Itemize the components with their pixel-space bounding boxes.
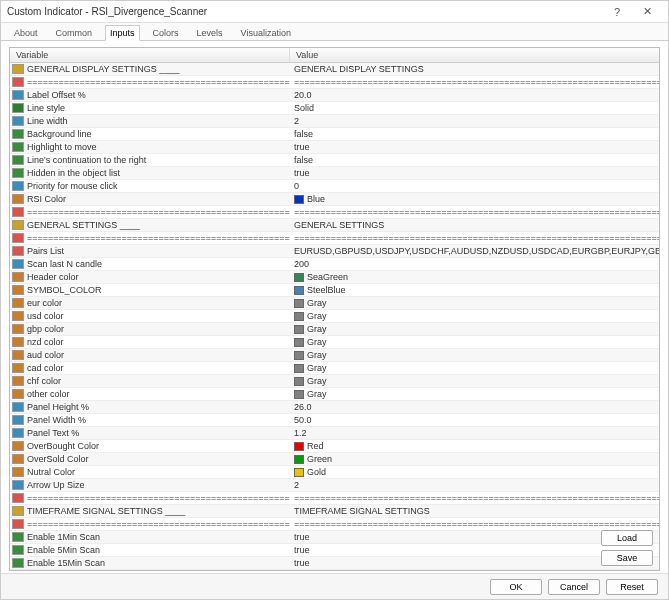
bool-type-icon	[12, 532, 24, 542]
table-row[interactable]: ========================================…	[10, 232, 659, 245]
table-row[interactable]: GENERAL DISPLAY SETTINGS ____GENERAL DIS…	[10, 63, 659, 76]
tab-inputs[interactable]: Inputs	[105, 25, 140, 41]
variable-cell: ========================================…	[10, 233, 290, 243]
value-cell[interactable]: true	[290, 168, 659, 178]
value-cell[interactable]: Gray	[290, 389, 659, 399]
table-row[interactable]: Priority for mouse click0	[10, 180, 659, 193]
value-cell[interactable]: EURUSD,GBPUSD,USDJPY,USDCHF,AUDUSD,NZDUS…	[290, 246, 659, 256]
value-cell[interactable]: false	[290, 129, 659, 139]
table-row[interactable]: Label Offset %20.0	[10, 89, 659, 102]
table-row[interactable]: Hidden in the object listtrue	[10, 167, 659, 180]
value-cell[interactable]: Blue	[290, 194, 659, 204]
table-row[interactable]: Scan last N candle200	[10, 258, 659, 271]
table-row[interactable]: Nutral ColorGold	[10, 466, 659, 479]
close-icon[interactable]: ✕	[632, 5, 662, 18]
value-cell[interactable]: 2	[290, 116, 659, 126]
table-row[interactable]: OverSold ColorGreen	[10, 453, 659, 466]
column-variable[interactable]: Variable	[10, 48, 290, 62]
value-cell[interactable]: GENERAL SETTINGS	[290, 220, 659, 230]
table-row[interactable]: Background linefalse	[10, 128, 659, 141]
value-cell[interactable]: ========================================…	[290, 207, 659, 217]
tab-common[interactable]: Common	[51, 25, 98, 40]
table-row[interactable]: ========================================…	[10, 206, 659, 219]
value-cell[interactable]: Gray	[290, 311, 659, 321]
column-value[interactable]: Value	[290, 48, 659, 62]
value-cell[interactable]: Gray	[290, 363, 659, 373]
content-area: Variable Value GENERAL DISPLAY SETTINGS …	[1, 41, 668, 573]
table-row[interactable]: chf colorGray	[10, 375, 659, 388]
table-row[interactable]: GENERAL SETTINGS ____GENERAL SETTINGS	[10, 219, 659, 232]
table-row[interactable]: Enable 1Min Scantrue	[10, 531, 659, 544]
value-cell[interactable]: Gray	[290, 337, 659, 347]
value-cell[interactable]: true	[290, 142, 659, 152]
table-row[interactable]: ========================================…	[10, 518, 659, 531]
value-cell[interactable]: Solid	[290, 103, 659, 113]
table-row[interactable]: usd colorGray	[10, 310, 659, 323]
value-cell[interactable]: ========================================…	[290, 519, 659, 529]
value-cell[interactable]: SeaGreen	[290, 272, 659, 282]
value-cell[interactable]: Gray	[290, 298, 659, 308]
table-row[interactable]: gbp colorGray	[10, 323, 659, 336]
table-row[interactable]: Pairs ListEURUSD,GBPUSD,USDJPY,USDCHF,AU…	[10, 245, 659, 258]
tab-about[interactable]: About	[9, 25, 43, 40]
cancel-button[interactable]: Cancel	[548, 579, 600, 595]
help-icon[interactable]: ?	[602, 6, 632, 18]
table-row[interactable]: Line's continuation to the rightfalse	[10, 154, 659, 167]
variable-label: RSI Color	[27, 194, 66, 204]
table-row[interactable]: RSI ColorBlue	[10, 193, 659, 206]
table-row[interactable]: other colorGray	[10, 388, 659, 401]
value-cell[interactable]: 0	[290, 181, 659, 191]
table-row[interactable]: Line width2	[10, 115, 659, 128]
value-cell[interactable]: 200	[290, 259, 659, 269]
value-cell[interactable]: Gray	[290, 324, 659, 334]
variable-cell: Line style	[10, 103, 290, 113]
variable-label: Panel Text %	[27, 428, 79, 438]
table-row[interactable]: Enable 30Min Scanfalse	[10, 570, 659, 571]
value-cell[interactable]: Gray	[290, 350, 659, 360]
value-cell[interactable]: false	[290, 155, 659, 165]
table-row[interactable]: eur colorGray	[10, 297, 659, 310]
load-button[interactable]: Load	[601, 530, 653, 546]
tab-visualization[interactable]: Visualization	[236, 25, 296, 40]
table-row[interactable]: Header colorSeaGreen	[10, 271, 659, 284]
reset-button[interactable]: Reset	[606, 579, 658, 595]
table-row[interactable]: cad colorGray	[10, 362, 659, 375]
value-cell[interactable]: Gold	[290, 467, 659, 477]
save-button[interactable]: Save	[601, 550, 653, 566]
table-row[interactable]: OverBought ColorRed	[10, 440, 659, 453]
table-row[interactable]: Panel Width %50.0	[10, 414, 659, 427]
table-row[interactable]: Line styleSolid	[10, 102, 659, 115]
variable-cell: aud color	[10, 350, 290, 360]
table-row[interactable]: Panel Text %1.2	[10, 427, 659, 440]
inputs-grid[interactable]: Variable Value GENERAL DISPLAY SETTINGS …	[9, 47, 660, 571]
value-text: Green	[307, 454, 332, 464]
ok-button[interactable]: OK	[490, 579, 542, 595]
table-row[interactable]: aud colorGray	[10, 349, 659, 362]
value-cell[interactable]: 20.0	[290, 90, 659, 100]
value-cell[interactable]: 2	[290, 480, 659, 490]
value-cell[interactable]: ========================================…	[290, 77, 659, 87]
value-cell[interactable]: Red	[290, 441, 659, 451]
table-row[interactable]: Highlight to movetrue	[10, 141, 659, 154]
value-cell[interactable]: TIMEFRAME SIGNAL SETTINGS	[290, 506, 659, 516]
value-cell[interactable]: GENERAL DISPLAY SETTINGS	[290, 64, 659, 74]
table-row[interactable]: SYMBOL_COLORSteelBlue	[10, 284, 659, 297]
value-cell[interactable]: SteelBlue	[290, 285, 659, 295]
value-cell[interactable]: 1.2	[290, 428, 659, 438]
table-row[interactable]: Enable 5Min Scantrue	[10, 544, 659, 557]
table-row[interactable]: nzd colorGray	[10, 336, 659, 349]
table-row[interactable]: ========================================…	[10, 492, 659, 505]
table-row[interactable]: ========================================…	[10, 76, 659, 89]
table-row[interactable]: TIMEFRAME SIGNAL SETTINGS ____TIMEFRAME …	[10, 505, 659, 518]
value-cell[interactable]: ========================================…	[290, 493, 659, 503]
value-cell[interactable]: 50.0	[290, 415, 659, 425]
value-cell[interactable]: ========================================…	[290, 233, 659, 243]
tab-colors[interactable]: Colors	[148, 25, 184, 40]
value-cell[interactable]: Green	[290, 454, 659, 464]
table-row[interactable]: Enable 15Min Scantrue	[10, 557, 659, 570]
table-row[interactable]: Panel Height %26.0	[10, 401, 659, 414]
table-row[interactable]: Arrow Up Size2	[10, 479, 659, 492]
value-cell[interactable]: Gray	[290, 376, 659, 386]
tab-levels[interactable]: Levels	[192, 25, 228, 40]
value-cell[interactable]: 26.0	[290, 402, 659, 412]
